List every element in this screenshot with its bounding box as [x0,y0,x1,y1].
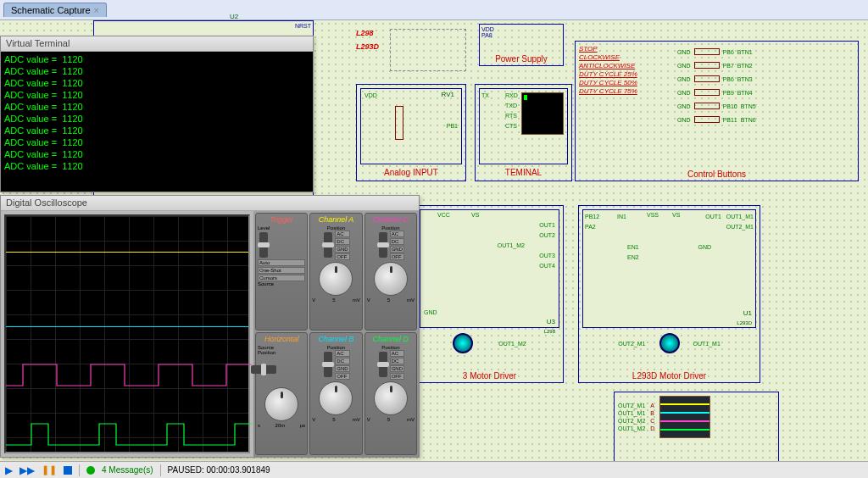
control-buttons-block[interactable]: STOP CLOCKWISE ANTICLOCKWISE DUTY CYCLE … [575,41,859,181]
ctrl-d50: DUTY CYCLE 50% [579,79,672,86]
osc-ch-a: A [650,403,654,409]
chb-pos-slider[interactable] [324,352,332,377]
chb-vdiv-knob[interactable] [319,381,353,415]
switch-icon[interactable] [694,89,720,96]
chc-pos-slider[interactable] [379,232,387,258]
oscilloscope-window[interactable]: Digital Oscilloscope Trigger Level [0,195,420,458]
v-right: mV [353,297,360,303]
trig-oneshot[interactable]: One-Shot [258,267,305,274]
btn-row-1[interactable]: GNDPB6BTN1 [677,45,854,58]
chc-ac[interactable]: AC [390,231,404,237]
stop-button[interactable] [64,466,72,475]
l298-net: OUT1_M2 [498,341,526,347]
btn-row-6[interactable]: GNDPB11BTN6 [677,113,854,126]
terminal-title: TEMINAL [476,168,571,177]
oscilloscope-titlebar[interactable]: Digital Oscilloscope [1,196,419,211]
close-icon[interactable]: × [94,5,99,15]
horizontal-section[interactable]: Horizontal Source Position s20mµs [255,332,308,456]
l298-label: L298 [356,29,374,37]
chc-dc[interactable]: DC [390,238,404,245]
terminal-block[interactable]: TX RXD TXD RTS CTS TEMINAL [475,84,572,181]
chd-gnd[interactable]: GND [390,365,404,372]
oscnet-c: OUT2_M2 [618,418,645,424]
vt-line: ADC value = 1120 [4,65,309,77]
cha-pos-slider[interactable] [324,232,332,258]
chc-title: Channel C [367,215,415,224]
potentiometer-icon[interactable] [395,106,403,140]
trig-cursors[interactable]: Cursors [258,275,305,281]
cha-gnd[interactable]: GND [335,246,349,253]
chc-off[interactable]: OFF [390,253,404,260]
chd-off[interactable]: OFF [390,373,404,380]
l293d-title: L293D Motor Driver [579,371,760,381]
analog-input-block[interactable]: RV1 VDD PB1 Analog INPUT [356,84,466,181]
chb-gnd[interactable]: GND [335,365,349,372]
term-tx: TX [481,92,489,98]
rv1-ref: RV1 [442,91,454,98]
channel-c-section[interactable]: Channel C Position AC DC GND OFF V5mV [364,213,417,331]
chd-vdiv-knob[interactable] [374,381,408,415]
trig-auto[interactable]: Auto [258,259,305,266]
v-num: 5 [387,297,390,303]
cha-off[interactable]: OFF [335,253,349,260]
level-slider[interactable] [259,232,268,258]
motor-icon[interactable] [659,333,680,353]
virtual-terminal-titlebar[interactable]: Virtual Terminal [1,36,313,52]
chd-title: Channel D [367,335,415,343]
trigger-section[interactable]: Trigger Level Auto One-Shot Cursors Sour… [255,213,308,331]
play-button[interactable]: ▶ [5,464,13,476]
horiz-tdiv-knob[interactable] [264,387,298,421]
tab-schematic-capture[interactable]: Schematic Capture × [3,3,107,17]
l298-title: 3 Motor Driver [416,371,563,381]
l293d-driver-block[interactable]: PB12 PA2 IN1 VSS VS OUT1 OUT1_M1 OUT2_M1… [578,205,760,383]
t-unit: µs [300,423,305,428]
channel-a-section[interactable]: Channel A Position AC DC GND OFF V5mV [309,213,362,331]
l293d-out1m1-b: OUT1_M1 [693,341,721,347]
vt-line: ADC value = 1120 [4,89,309,101]
chb-dc[interactable]: DC [335,358,349,364]
switch-icon[interactable] [694,75,720,82]
virtual-terminal-window[interactable]: Virtual Terminal ADC value = 1120 ADC va… [0,36,314,192]
l298-out2: OUT2 [539,232,555,238]
l293d-pa2: PA2 [585,224,596,230]
step-button[interactable]: ▶▶ [19,464,35,476]
power-supply-block[interactable]: VDD PA8 Power Supply [479,24,564,66]
l293d-out2m1-b: OUT2_M1 [618,341,645,347]
cha-ac[interactable]: AC [335,231,349,237]
vt-line: ADC value = 1120 [4,160,309,172]
channel-d-section[interactable]: Channel D Position AC DC GND OFF V5mV [364,332,417,456]
channel-b-section[interactable]: Channel B Position AC DC GND OFF V5mV [309,332,362,456]
btn-row-3[interactable]: GNDPB6BTN3 [677,72,854,86]
relay-block[interactable] [390,29,466,71]
chb-ac[interactable]: AC [335,350,349,357]
horiz-pos-slider[interactable] [251,365,276,374]
cha-dc[interactable]: DC [335,238,349,245]
oscilloscope-screen[interactable] [4,214,250,453]
switch-icon[interactable] [694,48,720,55]
btn-row-2[interactable]: GNDPB7BTN2 [677,58,854,72]
btn-row-4[interactable]: GNDPB9BTN4 [677,86,854,99]
v-right: mV [407,417,415,422]
btn-row-5[interactable]: GNDPB10BTN5 [677,99,854,113]
oscnet-a: OUT2_M1 [618,403,645,409]
term-cts: CTS [505,123,517,129]
ai-pb1: PB1 [447,123,458,129]
v-right: mV [353,417,360,422]
message-count[interactable]: 4 Message(s) [102,465,153,475]
chb-off[interactable]: OFF [335,373,349,380]
chc-vdiv-knob[interactable] [374,262,408,296]
vt-line: ADC value = 1120 [4,113,309,125]
chd-ac[interactable]: AC [390,350,404,357]
chd-dc[interactable]: DC [390,358,404,364]
chc-gnd[interactable]: GND [390,246,404,253]
motor-icon[interactable] [453,333,473,353]
l293d-label: L293D [356,42,379,51]
pause-button[interactable]: ❚❚ [42,464,57,475]
switch-icon[interactable] [694,103,720,109]
cha-vdiv-knob[interactable] [319,262,353,296]
chd-pos-slider[interactable] [379,352,387,377]
switch-icon[interactable] [694,116,720,123]
l298-driver-block[interactable]: VCC VS OUT1 OUT2 OUT3 OUT4 OUT1_M2 GND U… [415,205,564,383]
trace-ch-a [6,252,248,253]
switch-icon[interactable] [694,62,720,69]
